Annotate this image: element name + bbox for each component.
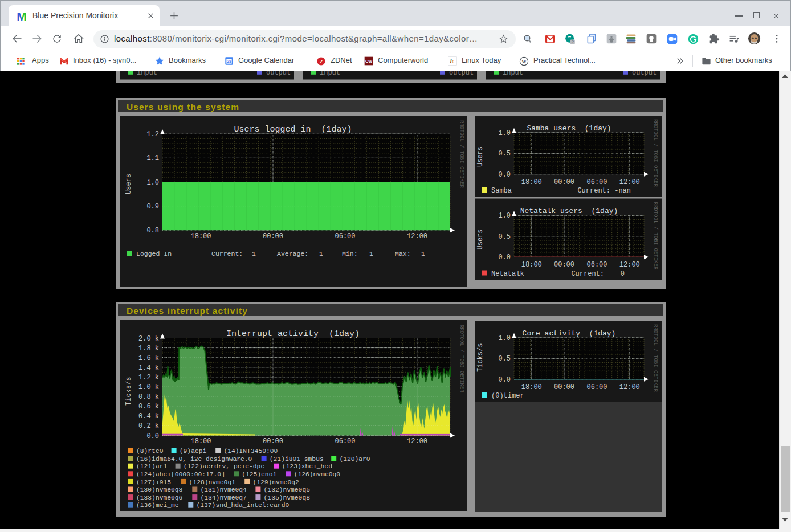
svg-text:1.0: 1.0 [498,334,511,342]
svg-text:06:00: 06:00 [586,261,607,269]
svg-text:12:00: 12:00 [619,383,640,391]
svg-text:Current: 0: Current: 0 [571,270,625,278]
svg-text:Users: Users [476,146,484,167]
svg-text:Current:: Current: [211,250,243,257]
svg-text:18:00: 18:00 [521,178,542,186]
svg-text:(137)snd_hda_intel:card0: (137)snd_hda_intel:card0 [197,502,290,509]
svg-text:0.8: 0.8 [146,227,159,235]
svg-text:Interrupt activity (1day): Interrupt activity (1day) [226,329,360,339]
svg-text:RRDTOOL / TOBI OETIKER: RRDTOOL / TOBI OETIKER [653,324,658,392]
svg-text:1: 1 [319,250,323,257]
svg-text:06:00: 06:00 [335,232,355,240]
svg-text:(128)nvme0q1: (128)nvme0q1 [189,479,236,486]
svg-text:1.0: 1.0 [498,129,511,137]
svg-text:RRDTOOL / TOBI OETIKER: RRDTOOL / TOBI OETIKER [653,119,658,187]
svg-text:1: 1 [421,250,425,257]
svg-text:1.0: 1.0 [146,179,159,187]
svg-text:(129)nvme0q2: (129)nvme0q2 [252,479,299,486]
svg-text:0.0: 0.0 [146,432,159,440]
svg-text:?: ? [572,40,574,44]
svg-text:(16)idma64.0, i2c_designware.0: (16)idma64.0, i2c_designware.0 [136,456,252,463]
svg-text:Netatalk: Netatalk [491,270,524,278]
svg-text:1.1: 1.1 [146,154,159,162]
svg-text:(127)i915: (127)i915 [136,479,171,486]
svg-text:Users: Users [125,174,133,194]
svg-text:0.2 k: 0.2 k [138,422,159,430]
svg-text:18:00: 18:00 [190,437,211,445]
svg-text:M: M [17,10,27,22]
svg-text:00:00: 00:00 [263,437,283,445]
svg-text:0.5: 0.5 [498,150,511,158]
svg-text:06:00: 06:00 [335,437,355,445]
svg-text:W: W [521,59,527,64]
svg-text:(131)nvme0q4: (131)nvme0q4 [201,486,247,493]
svg-text:Average:: Average: [277,250,308,257]
svg-text:Min:: Min: [342,250,358,257]
svg-text:(14)INT3450:00: (14)INT3450:00 [223,448,278,455]
svg-text:(122)aerdrv, pcie-dpc: (122)aerdrv, pcie-dpc [184,463,264,470]
svg-text:1: 1 [369,250,373,257]
svg-text:Samba: Samba [491,187,512,195]
svg-text:00:00: 00:00 [554,383,574,391]
svg-text:Users: Users [476,229,484,249]
svg-text:0.9: 0.9 [146,203,159,211]
svg-text:Ticks/s: Ticks/s [125,377,133,406]
svg-text:Users logged in (1day): Users logged in (1day) [234,125,352,134]
svg-text:0.6 k: 0.6 k [138,403,159,411]
svg-text:1: 1 [252,250,256,257]
svg-text:1.0 k: 1.0 k [138,383,159,391]
svg-text:0.0: 0.0 [498,253,511,261]
svg-text:(123)xhci_hcd: (123)xhci_hcd [282,463,332,470]
svg-text:(130)nvme0q3: (130)nvme0q3 [136,486,183,493]
svg-text:(121)ar1: (121)ar1 [136,463,167,470]
svg-text:RRDTOOL / TOBI OETIKER: RRDTOOL / TOBI OETIKER [459,325,464,392]
svg-text:RRDTOOL / TOBI OETIKER: RRDTOOL / TOBI OETIKER [653,202,658,270]
svg-text:0.5: 0.5 [498,355,511,363]
svg-text:1.2 k: 1.2 k [138,374,159,382]
svg-text:06:00: 06:00 [586,383,607,391]
svg-text:(8)rtc0: (8)rtc0 [136,448,164,455]
svg-text:0.0: 0.0 [498,171,511,179]
svg-text:(0)timer: (0)timer [491,392,524,400]
svg-text:1.6 k: 1.6 k [138,354,159,362]
svg-text:(135)nvme0q8: (135)nvme0q8 [264,494,311,501]
svg-text:(132)nvme0q5: (132)nvme0q5 [264,486,311,493]
svg-text:(133)nvme0q6: (133)nvme0q6 [136,494,183,501]
svg-text:(136)mei_me: (136)mei_me [136,502,179,509]
svg-text:Netatalk users (1day): Netatalk users (1day) [520,207,618,215]
svg-text:12:00: 12:00 [619,261,640,269]
svg-text:CW: CW [365,59,372,64]
svg-text:0.4 k: 0.4 k [138,412,159,420]
svg-text:Ticks/s: Ticks/s [476,343,484,372]
svg-text:Current: -nan: Current: -nan [577,187,631,195]
svg-text:(125)eno1: (125)eno1 [242,471,276,478]
svg-text:1.2: 1.2 [146,130,159,138]
svg-text:1.0: 1.0 [498,212,511,220]
svg-text:1.4 k: 1.4 k [138,364,159,372]
svg-text:2.0 k: 2.0 k [138,335,159,343]
svg-text:Z: Z [320,59,323,64]
svg-text:(124)ahci[0000:00:17.0]: (124)ahci[0000:00:17.0] [136,471,225,478]
svg-text:12:00: 12:00 [407,437,427,445]
svg-text:28: 28 [227,59,231,63]
svg-text:00:00: 00:00 [263,232,283,240]
svg-text:Logged In: Logged In [136,250,172,257]
svg-text:(9)acpi: (9)acpi [180,448,207,455]
svg-text:12:00: 12:00 [619,178,640,186]
svg-text:Core activity (1day): Core activity (1day) [523,329,616,338]
svg-text:0.8 k: 0.8 k [138,393,159,401]
svg-text:(120)ar0: (120)ar0 [339,456,370,463]
svg-text:(134)nvme0q7: (134)nvme0q7 [201,494,247,501]
svg-text:06:00: 06:00 [586,178,607,186]
svg-text:00:00: 00:00 [554,261,574,269]
svg-text:1.8 k: 1.8 k [138,345,159,353]
svg-text:Max:: Max: [395,250,411,257]
svg-text:Samba users (1day): Samba users (1day) [527,124,611,133]
svg-text:0.5: 0.5 [498,233,511,241]
svg-text:(126)nvme0q0: (126)nvme0q0 [294,471,341,478]
svg-text:(21)i801_smbus: (21)i801_smbus [270,456,324,463]
svg-text:0.0: 0.0 [498,376,511,384]
svg-text:00:00: 00:00 [554,178,574,186]
svg-text:18:00: 18:00 [521,383,542,391]
svg-text:12:00: 12:00 [407,232,427,240]
